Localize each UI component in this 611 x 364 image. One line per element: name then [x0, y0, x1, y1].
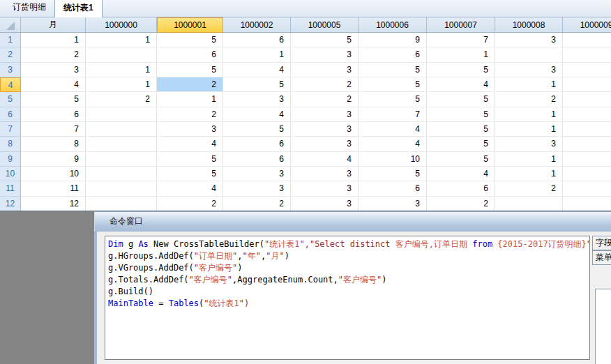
row-header-2[interactable]: 2 — [0, 47, 21, 62]
cell-r6-c5[interactable]: 3 — [291, 107, 359, 122]
cell-r1-c3[interactable]: 5 — [157, 33, 223, 47]
cell-r4-c8[interactable]: 1 — [495, 77, 563, 92]
cell-r3-c9[interactable] — [563, 63, 611, 77]
cell-r10-c5[interactable]: 3 — [291, 167, 359, 181]
row-header-11[interactable]: 11 — [0, 181, 21, 196]
cell-r5-c6[interactable]: 5 — [359, 92, 427, 107]
cell-r1-c2[interactable]: 1 — [86, 33, 157, 47]
cell-r4-c2[interactable]: 1 — [86, 77, 157, 92]
cell-r11-c1[interactable]: 11 — [21, 181, 86, 196]
column-header-1000002[interactable]: 1000002 — [223, 17, 291, 33]
side-list-panel[interactable] — [595, 289, 611, 364]
cell-r11-c3[interactable]: 4 — [157, 181, 223, 196]
cell-r8-c8[interactable]: 3 — [495, 137, 563, 151]
command-window-titlebar[interactable]: 命令窗口 — [95, 212, 611, 232]
cell-r10-c6[interactable]: 5 — [359, 167, 427, 181]
cell-r2-c9[interactable] — [563, 47, 611, 62]
cell-r9-c9[interactable] — [563, 152, 611, 167]
row-header-1[interactable]: 1 — [0, 33, 21, 47]
column-header-1000001[interactable]: 1000001 — [157, 17, 223, 33]
cell-r6-c8[interactable]: 1 — [495, 107, 563, 122]
cell-r10-c9[interactable] — [563, 167, 611, 181]
column-header-1000006[interactable]: 1000006 — [359, 17, 427, 33]
cell-r8-c7[interactable]: 5 — [427, 137, 495, 151]
cell-r3-c2[interactable]: 1 — [86, 63, 157, 77]
cell-r9-c2[interactable] — [86, 152, 157, 167]
cell-r4-c3[interactable]: 2 — [157, 77, 223, 92]
cell-r7-c8[interactable]: 1 — [495, 122, 563, 137]
cell-r11-c6[interactable]: 6 — [359, 181, 427, 196]
cell-r10-c7[interactable]: 4 — [427, 167, 495, 181]
cell-r8-c5[interactable]: 3 — [291, 137, 359, 151]
cell-r6-c6[interactable]: 7 — [359, 107, 427, 122]
cell-r6-c3[interactable]: 2 — [157, 107, 223, 122]
cell-r12-c5[interactable]: 3 — [291, 197, 359, 211]
cell-r8-c6[interactable]: 4 — [359, 137, 427, 151]
cell-r2-c5[interactable]: 3 — [291, 47, 359, 62]
cell-r2-c7[interactable]: 1 — [427, 47, 495, 62]
cell-r12-c6[interactable]: 3 — [359, 197, 427, 211]
column-header-1000009[interactable]: 1000009 — [563, 17, 611, 33]
cell-r7-c4[interactable]: 5 — [223, 122, 291, 137]
cell-r5-c8[interactable]: 2 — [495, 92, 563, 107]
cell-r7-c7[interactable]: 5 — [427, 122, 495, 137]
cell-r10-c4[interactable]: 3 — [223, 167, 291, 181]
cell-r2-c6[interactable]: 6 — [359, 47, 427, 62]
column-header-1000007[interactable]: 1000007 — [427, 17, 495, 33]
cell-r11-c9[interactable] — [563, 181, 611, 196]
row-header-4[interactable]: 4 — [0, 77, 21, 92]
cell-r1-c8[interactable]: 3 — [495, 33, 563, 47]
cell-r10-c8[interactable]: 1 — [495, 167, 563, 181]
cell-r9-c8[interactable]: 1 — [495, 152, 563, 167]
cell-r5-c3[interactable]: 1 — [157, 92, 223, 107]
column-header-1000000[interactable]: 1000000 — [86, 17, 157, 33]
cell-r1-c6[interactable]: 9 — [359, 33, 427, 47]
cell-r6-c9[interactable] — [563, 107, 611, 122]
cell-r9-c3[interactable]: 5 — [157, 152, 223, 167]
cell-r9-c4[interactable]: 6 — [223, 152, 291, 167]
cell-r12-c7[interactable]: 2 — [427, 197, 495, 211]
tab-统计表1[interactable]: 统计表1 — [54, 0, 103, 17]
cell-r3-c8[interactable]: 3 — [495, 63, 563, 77]
cell-r2-c8[interactable] — [495, 47, 563, 62]
cell-r2-c4[interactable]: 1 — [223, 47, 291, 62]
row-header-9[interactable]: 9 — [0, 152, 21, 167]
cell-r12-c3[interactable]: 2 — [157, 197, 223, 211]
cell-r4-c7[interactable]: 4 — [427, 77, 495, 92]
code-editor[interactable]: Dim g As New CrossTableBuilder("统计表1","S… — [105, 236, 590, 360]
cell-r5-c1[interactable]: 5 — [21, 92, 86, 107]
cell-r5-c4[interactable]: 3 — [223, 92, 291, 107]
cell-r7-c3[interactable]: 3 — [157, 122, 223, 137]
cell-r10-c1[interactable]: 10 — [21, 167, 86, 181]
cell-r1-c1[interactable]: 1 — [21, 33, 86, 47]
cell-r4-c9[interactable] — [563, 77, 611, 92]
cell-r3-c6[interactable]: 5 — [359, 63, 427, 77]
cell-r8-c9[interactable] — [563, 137, 611, 151]
cell-r4-c1[interactable]: 4 — [21, 77, 86, 92]
cell-r6-c2[interactable] — [86, 107, 157, 122]
cell-r3-c5[interactable]: 3 — [291, 63, 359, 77]
cell-r8-c4[interactable]: 6 — [223, 137, 291, 151]
cell-r8-c2[interactable] — [86, 137, 157, 151]
cell-r9-c1[interactable]: 9 — [21, 152, 86, 167]
cell-r3-c1[interactable]: 3 — [21, 63, 86, 77]
cell-r2-c3[interactable]: 6 — [157, 47, 223, 62]
cell-r2-c2[interactable] — [86, 47, 157, 62]
cell-r7-c2[interactable] — [86, 122, 157, 137]
cell-r12-c9[interactable] — [563, 197, 611, 211]
cell-r4-c5[interactable]: 2 — [291, 77, 359, 92]
cell-r3-c4[interactable]: 4 — [223, 63, 291, 77]
cell-r2-c1[interactable]: 2 — [21, 47, 86, 62]
cell-r3-c7[interactable]: 5 — [427, 63, 495, 77]
cell-r12-c8[interactable] — [495, 197, 563, 211]
row-header-12[interactable]: 12 — [0, 197, 21, 211]
fields-button[interactable]: 字段 — [592, 236, 611, 250]
row-header-7[interactable]: 7 — [0, 122, 21, 137]
cell-r5-c5[interactable]: 2 — [291, 92, 359, 107]
cell-r11-c5[interactable]: 3 — [291, 181, 359, 196]
tab-订货明细[interactable]: 订货明细 — [4, 0, 54, 17]
cell-r9-c6[interactable]: 10 — [359, 152, 427, 167]
cell-r1-c9[interactable] — [563, 33, 611, 47]
cell-r7-c5[interactable]: 3 — [291, 122, 359, 137]
menu-button[interactable]: 菜单 — [592, 250, 611, 265]
